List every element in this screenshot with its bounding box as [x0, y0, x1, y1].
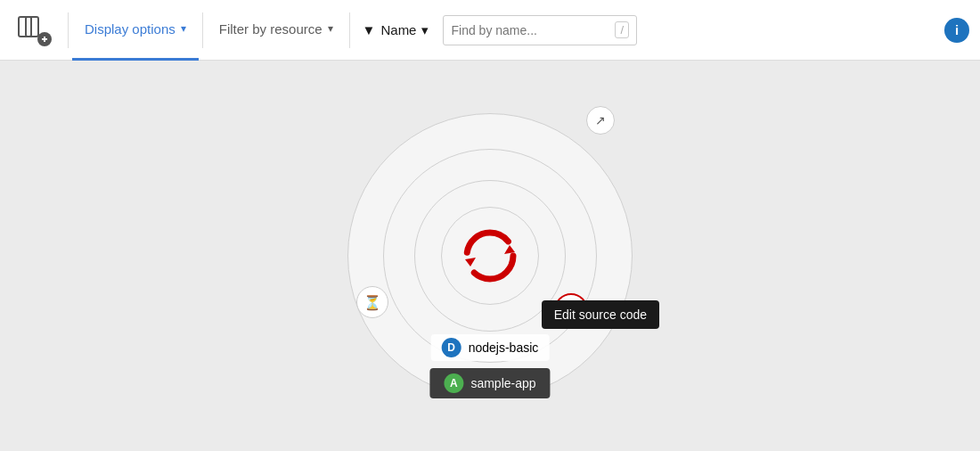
- app-badge: A: [444, 373, 463, 393]
- filter-by-resource-label: Filter by resource: [219, 21, 323, 37]
- name-label: Name: [380, 22, 416, 37]
- toolbar-divider-1: [68, 12, 69, 48]
- info-label: i: [955, 22, 959, 37]
- info-button[interactable]: i: [944, 18, 969, 43]
- display-options-label: Display options: [85, 21, 176, 37]
- display-options-chevron-icon: ▾: [181, 22, 186, 35]
- sample-app-label: A sample-app: [429, 368, 550, 398]
- external-link-button[interactable]: ↗: [586, 106, 615, 135]
- main-canvas: ↗ ⏳ Edit source code D nodejs-basic A: [0, 61, 980, 451]
- nodejs-basic-label: D nodejs-basic: [431, 334, 550, 361]
- edit-source-tooltip: Edit source code: [542, 300, 659, 329]
- hourglass-button[interactable]: ⏳: [356, 286, 388, 318]
- name-filter-button[interactable]: ▼ Name ▾: [354, 0, 438, 61]
- search-shortcut-badge: /: [615, 21, 629, 38]
- app-logo: [11, 7, 57, 53]
- filter-by-resource-button[interactable]: Filter by resource ▾: [207, 0, 346, 61]
- svg-marker-7: [504, 245, 515, 254]
- hourglass-icon: ⏳: [363, 294, 381, 311]
- nodejs-badge: D: [442, 338, 461, 357]
- filter-resource-chevron-icon: ▾: [328, 22, 333, 35]
- search-input[interactable]: [451, 23, 611, 37]
- topology-diagram: ↗ ⏳ Edit source code D nodejs-basic A: [312, 86, 668, 425]
- nodejs-badge-letter: D: [447, 341, 455, 354]
- display-options-button[interactable]: Display options ▾: [72, 0, 199, 61]
- toolbar-divider-3: [349, 12, 350, 48]
- name-chevron-icon: ▾: [421, 22, 429, 38]
- svg-marker-8: [465, 258, 476, 266]
- toolbar-divider-2: [202, 12, 203, 48]
- app-label-text: sample-app: [470, 376, 535, 390]
- nodejs-label-text: nodejs-basic: [469, 340, 539, 355]
- toolbar: Display options ▾ Filter by resource ▾ ▼…: [0, 0, 980, 61]
- tooltip-text: Edit source code: [554, 308, 647, 322]
- search-container: /: [443, 15, 637, 45]
- openshift-center-icon: [459, 225, 521, 287]
- filter-funnel-icon: ▼: [363, 22, 376, 37]
- svg-point-6: [467, 233, 513, 279]
- app-badge-letter: A: [450, 377, 458, 390]
- external-link-icon: ↗: [595, 113, 606, 127]
